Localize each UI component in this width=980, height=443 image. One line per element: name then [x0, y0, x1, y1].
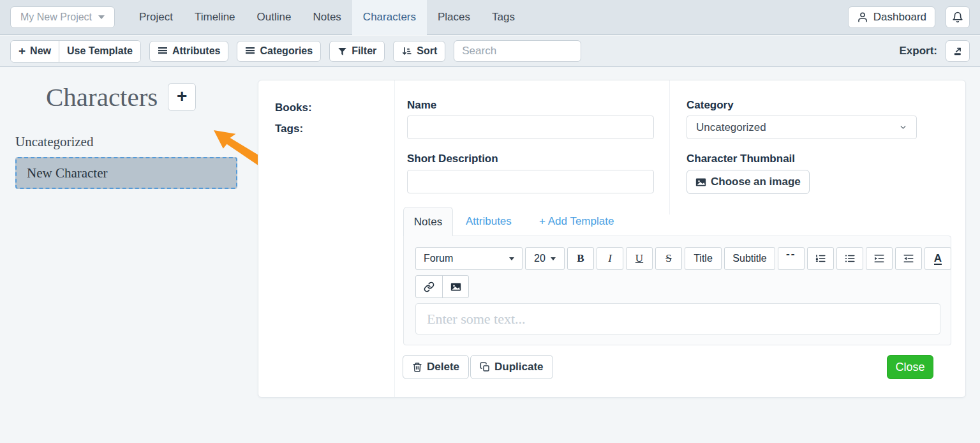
blockquote-button[interactable]: “ [778, 247, 805, 270]
tab-notes[interactable]: Notes [302, 0, 352, 35]
column-divider [394, 80, 395, 397]
duplicate-icon [480, 362, 490, 372]
sort-icon [401, 46, 412, 57]
page-title: Characters [46, 82, 158, 112]
subtitle-style-button[interactable]: Subtitle [724, 247, 775, 270]
editor-insert-group [415, 275, 469, 298]
books-label: Books: [275, 101, 312, 114]
new-button-group: + New Use Template [10, 40, 141, 63]
name-label: Name [407, 99, 436, 112]
use-template-button[interactable]: Use Template [59, 41, 140, 62]
characters-toolbar: + New Use Template Attributes Categories… [0, 36, 980, 67]
image-icon [695, 177, 706, 188]
outdent-button[interactable] [895, 247, 922, 270]
tab-outline[interactable]: Outline [246, 0, 302, 35]
categories-button[interactable]: Categories [237, 41, 321, 62]
top-navigation-bar: My New Project Project Timeline Outline … [0, 0, 980, 35]
column-divider [669, 80, 670, 214]
category-label: Category [687, 99, 734, 112]
list-icon [158, 46, 168, 56]
notifications-button[interactable] [946, 6, 970, 28]
duplicate-button[interactable]: Duplicate [470, 355, 553, 379]
thumbnail-label: Character Thumbnail [687, 153, 795, 165]
dashboard-button[interactable]: Dashboard [848, 6, 935, 28]
font-size-select[interactable]: 20 [525, 247, 565, 270]
italic-button[interactable]: I [597, 247, 623, 270]
tab-character-attributes[interactable]: Attributes [466, 207, 512, 236]
indent-icon [873, 253, 885, 264]
insert-image-button[interactable] [442, 276, 468, 297]
chevron-down-icon [551, 257, 556, 260]
chevron-down-icon [899, 123, 907, 131]
export-button[interactable] [946, 40, 970, 62]
notes-text-area[interactable]: Enter some text... [415, 303, 940, 334]
bold-button[interactable]: B [567, 247, 594, 270]
strikethrough-button[interactable]: S [655, 247, 682, 270]
indent-button[interactable] [866, 247, 893, 270]
funnel-icon [338, 47, 347, 56]
text-color-button[interactable]: A [924, 247, 951, 270]
bullet-list-icon [844, 253, 856, 264]
underline-button[interactable]: U [626, 247, 653, 270]
tags-label: Tags: [275, 123, 303, 135]
tab-character-notes[interactable]: Notes [403, 207, 453, 236]
export-label: Export: [900, 45, 938, 57]
trash-icon [412, 362, 422, 372]
notes-editor-panel: Forum 20 B I U S Title Subtitle “ [403, 236, 951, 345]
filter-button[interactable]: Filter [329, 41, 385, 62]
delete-button[interactable]: Delete [403, 355, 469, 379]
bullet-list-button[interactable] [836, 247, 863, 270]
category-selected-value: Uncategorized [696, 121, 766, 134]
category-select[interactable]: Uncategorized [687, 116, 917, 139]
font-size-value: 20 [534, 253, 546, 264]
short-description-field[interactable] [407, 170, 654, 193]
character-list-item[interactable]: New Character [15, 157, 237, 189]
chevron-down-icon [98, 15, 105, 19]
font-family-value: Forum [424, 253, 453, 264]
insert-link-button[interactable] [416, 276, 442, 297]
link-icon [424, 282, 434, 292]
choose-image-button[interactable]: Choose an image [687, 170, 810, 194]
export-icon [953, 46, 963, 57]
character-detail-card: Books: Tags: Name Short Description Cate… [258, 80, 966, 398]
add-template-link[interactable]: + Add Template [539, 207, 614, 236]
user-icon [857, 11, 868, 23]
category-heading: Uncategorized [15, 134, 93, 150]
ordered-list-icon [815, 253, 826, 264]
chevron-down-icon [509, 257, 514, 260]
tab-characters[interactable]: Characters [352, 0, 427, 35]
dashboard-label: Dashboard [873, 11, 926, 24]
close-button[interactable]: Close [887, 355, 933, 379]
short-description-label: Short Description [407, 153, 498, 165]
attributes-button[interactable]: Attributes [149, 41, 229, 62]
new-character-button[interactable]: + New [11, 41, 59, 62]
project-selector-label: My New Project [20, 11, 92, 23]
sort-button[interactable]: Sort [393, 41, 445, 62]
tab-tags[interactable]: Tags [481, 0, 526, 35]
tab-places[interactable]: Places [427, 0, 481, 35]
tab-project[interactable]: Project [128, 0, 184, 35]
outdent-icon [903, 253, 914, 264]
search-input[interactable] [454, 40, 581, 62]
font-family-select[interactable]: Forum [415, 247, 523, 270]
tab-timeline[interactable]: Timeline [184, 0, 246, 35]
project-selector-dropdown[interactable]: My New Project [10, 6, 115, 28]
image-icon [450, 282, 461, 292]
plus-icon: + [19, 44, 26, 58]
main-tabs: Project Timeline Outline Notes Character… [128, 0, 526, 35]
list-icon [245, 46, 255, 56]
title-style-button[interactable]: Title [685, 247, 722, 270]
ordered-list-button[interactable] [807, 247, 834, 270]
bell-icon [952, 11, 963, 23]
name-field[interactable] [407, 116, 654, 139]
add-character-button[interactable]: + [168, 83, 196, 111]
